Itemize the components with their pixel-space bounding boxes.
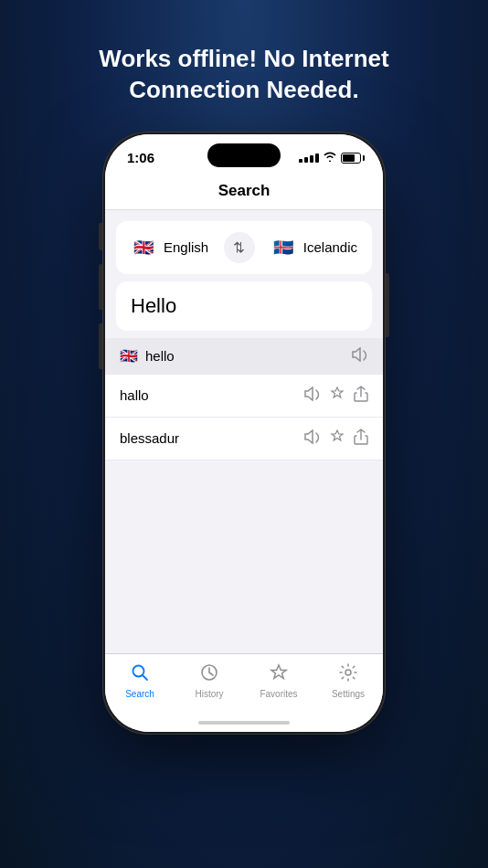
status-icons <box>299 152 361 164</box>
search-input-box[interactable]: Hello <box>116 281 372 331</box>
svg-line-1 <box>143 675 148 680</box>
speaker-icon-1[interactable] <box>304 386 321 405</box>
result-header-left: 🇬🇧 hello <box>120 347 175 365</box>
share-icon-1[interactable] <box>354 386 368 406</box>
results-container: 🇬🇧 hello hallo <box>105 338 383 653</box>
status-bar: 1:06 <box>105 134 383 175</box>
svg-point-0 <box>133 665 144 676</box>
side-button-silent <box>99 223 102 250</box>
result-actions-1 <box>304 386 368 406</box>
settings-tab-icon <box>339 663 357 686</box>
favorites-tab-label: Favorites <box>260 689 297 699</box>
home-indicator <box>105 717 383 732</box>
tab-favorites[interactable]: Favorites <box>244 663 313 699</box>
headline-line2: Connection Needed. <box>129 76 358 103</box>
result-header-actions <box>352 347 368 365</box>
speaker-icon[interactable] <box>352 347 368 365</box>
source-lang-name: English <box>164 239 208 255</box>
result-header-word: hello <box>145 348 175 364</box>
battery-icon <box>341 153 361 164</box>
favorites-tab-icon <box>270 663 288 686</box>
search-tab-icon <box>131 663 149 686</box>
target-flag: 🇮🇸 <box>271 235 296 260</box>
nav-title: Search <box>218 182 271 199</box>
nav-title-bar: Search <box>105 175 383 210</box>
language-selector[interactable]: 🇬🇧 English ⇄ 🇮🇸 Icelandic <box>116 221 372 274</box>
star-icon-1[interactable] <box>330 386 345 405</box>
swap-icon: ⇄ <box>231 241 249 253</box>
phone-screen: 1:06 <box>105 134 383 732</box>
tab-bar: Search History Favorites <box>105 653 383 717</box>
tab-search[interactable]: Search <box>105 663 175 699</box>
result-word-1: hallo <box>120 387 149 403</box>
result-header-flag: 🇬🇧 <box>120 347 138 365</box>
tab-settings[interactable]: Settings <box>313 663 383 699</box>
speaker-icon-2[interactable] <box>304 429 321 448</box>
share-icon-2[interactable] <box>354 429 368 449</box>
result-row-2: blessadur <box>105 418 383 460</box>
side-button-vol-up <box>99 264 102 310</box>
side-button-vol-down <box>99 323 102 369</box>
wifi-icon <box>324 152 336 164</box>
result-actions-2 <box>304 429 368 449</box>
tab-history[interactable]: History <box>175 663 244 699</box>
svg-point-3 <box>345 670 351 675</box>
target-lang-name: Icelandic <box>303 239 357 255</box>
result-row: hallo <box>105 375 383 418</box>
dynamic-island <box>207 143 281 167</box>
search-input-value: Hello <box>131 294 176 317</box>
source-flag: 🇬🇧 <box>131 235 156 260</box>
history-tab-icon <box>200 663 218 686</box>
target-language[interactable]: 🇮🇸 Icelandic <box>271 235 357 260</box>
result-row-header: 🇬🇧 hello <box>105 338 383 375</box>
phone-shell: 1:06 <box>102 132 386 735</box>
settings-tab-label: Settings <box>332 689 365 699</box>
star-icon-2[interactable] <box>330 429 345 448</box>
history-tab-label: History <box>195 689 223 699</box>
search-tab-label: Search <box>125 689 154 699</box>
result-word-2: blessadur <box>120 430 179 446</box>
headline: Works offline! No Internet Connection Ne… <box>71 44 416 106</box>
swap-languages-button[interactable]: ⇄ <box>224 232 255 263</box>
source-language[interactable]: 🇬🇧 English <box>131 235 208 260</box>
status-time: 1:06 <box>127 150 154 165</box>
signal-icon <box>299 153 319 163</box>
headline-line1: Works offline! No Internet <box>99 45 388 72</box>
side-button-power <box>386 273 389 337</box>
